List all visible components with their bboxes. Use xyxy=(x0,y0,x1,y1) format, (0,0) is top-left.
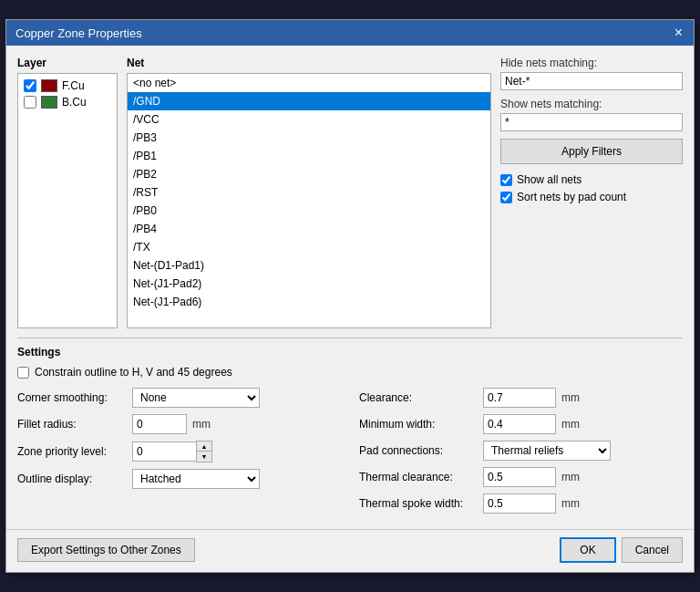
clearance-row: Clearance: mm xyxy=(359,388,683,408)
layer-item-fcu: F.Cu xyxy=(22,78,113,94)
min-width-unit: mm xyxy=(561,418,580,431)
layer-checkbox-bcu[interactable] xyxy=(24,96,36,109)
constrain-label: Constrain outline to H, V and 45 degrees xyxy=(35,366,232,379)
layer-label: Layer xyxy=(17,57,118,69)
layer-panel: Layer F.Cu B.Cu xyxy=(17,57,118,328)
layer-checkbox-fcu[interactable] xyxy=(24,79,36,92)
layer-name-fcu: F.Cu xyxy=(62,79,85,92)
net-item[interactable]: Net-(D1-Pad1) xyxy=(128,256,490,275)
settings-left: Corner smoothing: None Chamfer Fillet Fi… xyxy=(17,388,341,520)
show-all-nets-checkbox[interactable] xyxy=(500,174,512,186)
zone-priority-up-btn[interactable]: ▲ xyxy=(197,441,211,452)
net-item[interactable]: /RST xyxy=(128,183,490,202)
layer-color-bcu xyxy=(41,96,57,109)
net-item[interactable]: /PB4 xyxy=(128,220,490,238)
apply-filters-button[interactable]: Apply Filters xyxy=(500,139,683,164)
zone-priority-row: Zone priority level: ▲ ▼ xyxy=(17,441,341,462)
net-item[interactable]: Net-(J1-Pad2) xyxy=(128,275,490,293)
outline-display-label: Outline display: xyxy=(17,473,127,485)
show-all-nets-row: Show all nets xyxy=(500,173,683,186)
corner-smoothing-label: Corner smoothing: xyxy=(17,391,127,404)
dialog-title: Copper Zone Properties xyxy=(15,26,142,40)
export-settings-button[interactable]: Export Settings to Other Zones xyxy=(17,538,195,562)
filter-panel: Hide nets matching: Show nets matching: … xyxy=(500,57,683,328)
clearance-unit: mm xyxy=(561,391,580,404)
constrain-row: Constrain outline to H, V and 45 degrees xyxy=(17,366,683,379)
thermal-clearance-input[interactable] xyxy=(483,467,556,487)
constrain-checkbox[interactable] xyxy=(17,367,29,379)
settings-right: Clearance: mm Minimum width: mm Pad conn… xyxy=(359,388,683,520)
fillet-radius-label: Fillet radius: xyxy=(17,418,127,431)
copper-zone-dialog: Copper Zone Properties × Layer F.Cu xyxy=(5,19,695,573)
outline-display-row: Outline display: Line Hatched Fully hatc… xyxy=(17,469,341,489)
hide-nets-label: Hide nets matching: xyxy=(500,57,683,69)
layer-item-bcu: B.Cu xyxy=(22,94,113,110)
clearance-label: Clearance: xyxy=(359,391,478,404)
thermal-spoke-input[interactable] xyxy=(483,493,556,514)
net-panel: Net <no net>/GND/VCC/PB3/PB1/PB2/RST/PB0… xyxy=(127,57,491,328)
min-width-row: Minimum width: mm xyxy=(359,414,683,434)
net-item[interactable]: /PB2 xyxy=(128,165,490,183)
hide-nets-input[interactable] xyxy=(500,72,683,90)
net-item[interactable]: /PB3 xyxy=(128,129,490,147)
net-item[interactable]: /PB1 xyxy=(128,147,490,165)
zone-priority-input[interactable] xyxy=(132,441,196,462)
thermal-spoke-unit: mm xyxy=(561,497,580,510)
ok-button[interactable]: OK xyxy=(560,537,615,563)
pad-connections-row: Pad connections: Solid Thermal reliefs N… xyxy=(359,441,683,461)
settings-label: Settings xyxy=(17,346,683,358)
net-item[interactable]: <no net> xyxy=(128,74,490,92)
net-label: Net xyxy=(127,57,491,69)
thermal-spoke-label: Thermal spoke width: xyxy=(359,497,478,510)
corner-smoothing-select[interactable]: None Chamfer Fillet xyxy=(132,388,260,408)
dialog-action-buttons: OK Cancel xyxy=(560,537,683,563)
sort-nets-checkbox[interactable] xyxy=(500,192,512,203)
thermal-spoke-row: Thermal spoke width: mm xyxy=(359,493,683,514)
fillet-radius-row: Fillet radius: mm xyxy=(17,414,341,434)
net-item[interactable]: /TX xyxy=(128,238,490,256)
min-width-label: Minimum width: xyxy=(359,418,478,431)
close-button[interactable]: × xyxy=(673,26,685,40)
bottom-bar: Export Settings to Other Zones OK Cancel xyxy=(6,529,694,572)
thermal-clearance-label: Thermal clearance: xyxy=(359,471,478,483)
corner-smoothing-row: Corner smoothing: None Chamfer Fillet xyxy=(17,388,341,408)
show-nets-label: Show nets matching: xyxy=(500,98,683,110)
show-all-nets-label: Show all nets xyxy=(517,173,582,186)
sort-nets-row: Sort nets by pad count xyxy=(500,191,683,203)
pad-connections-select[interactable]: Solid Thermal reliefs None xyxy=(483,441,611,461)
cancel-button[interactable]: Cancel xyxy=(622,537,683,563)
clearance-input[interactable] xyxy=(483,388,556,408)
net-list[interactable]: <no net>/GND/VCC/PB3/PB1/PB2/RST/PB0/PB4… xyxy=(127,73,491,328)
settings-section: Settings Constrain outline to H, V and 4… xyxy=(17,346,683,529)
layer-name-bcu: B.Cu xyxy=(62,96,87,109)
thermal-clearance-row: Thermal clearance: mm xyxy=(359,467,683,487)
zone-priority-label: Zone priority level: xyxy=(17,445,127,458)
outline-display-select[interactable]: Line Hatched Fully hatched xyxy=(132,469,260,489)
zone-priority-spinner: ▲ ▼ xyxy=(132,441,212,462)
zone-priority-down-btn[interactable]: ▼ xyxy=(197,452,211,462)
show-nets-input[interactable] xyxy=(500,113,683,131)
title-bar: Copper Zone Properties × xyxy=(6,20,694,46)
net-item[interactable]: /VCC xyxy=(128,110,490,129)
pad-connections-label: Pad connections: xyxy=(359,444,478,457)
fillet-radius-unit: mm xyxy=(192,418,211,431)
net-item[interactable]: Net-(J1-Pad6) xyxy=(128,293,490,311)
layer-color-fcu xyxy=(41,79,57,92)
fillet-radius-input[interactable] xyxy=(132,414,187,434)
min-width-input[interactable] xyxy=(483,414,556,434)
net-item[interactable]: /PB0 xyxy=(128,202,490,220)
net-item[interactable]: /GND xyxy=(128,92,490,110)
zone-priority-spinner-btns: ▲ ▼ xyxy=(196,441,212,462)
layer-list: F.Cu B.Cu xyxy=(17,73,118,328)
sort-nets-label: Sort nets by pad count xyxy=(517,191,626,203)
thermal-clearance-unit: mm xyxy=(561,471,580,483)
